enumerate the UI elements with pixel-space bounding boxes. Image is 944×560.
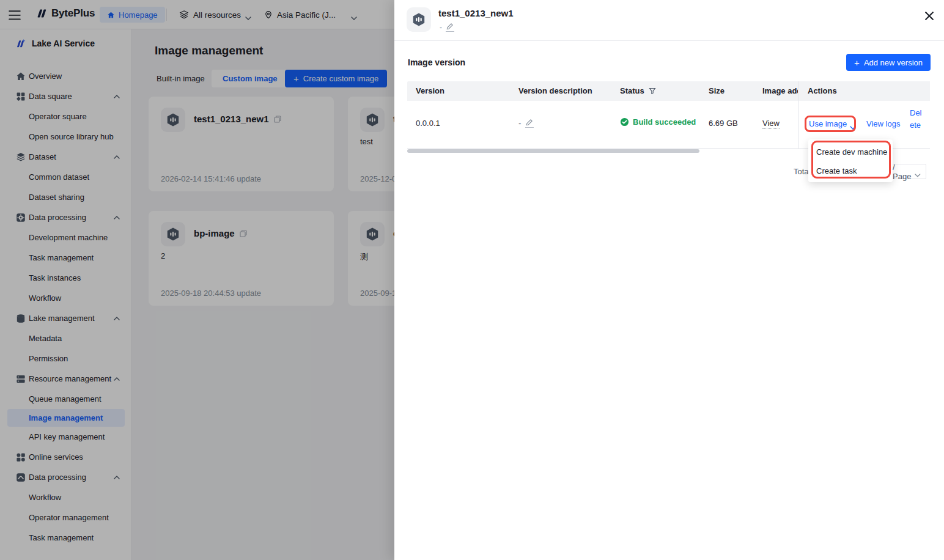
cell-status: Build succeeded bbox=[620, 117, 696, 127]
cell-version-description: - bbox=[518, 119, 534, 128]
column-status: Status bbox=[620, 81, 656, 101]
add-new-version-label: Add new version bbox=[864, 58, 923, 67]
horizontal-scrollbar[interactable] bbox=[407, 149, 699, 153]
use-image-dropdown-menu: Create dev machineCreate task bbox=[808, 139, 893, 182]
drawer-header-divider bbox=[394, 40, 944, 41]
description-value: - bbox=[440, 23, 442, 32]
image-detail-drawer: test1_0213_new1 - Image version + Add ne… bbox=[394, 0, 944, 560]
use-image-label: Use image bbox=[809, 119, 847, 128]
page-size-label: / Page bbox=[893, 163, 915, 181]
close-icon[interactable] bbox=[924, 10, 935, 21]
plus-icon: + bbox=[854, 58, 860, 67]
check-circle-icon bbox=[620, 117, 629, 127]
column-image-address: Image add bbox=[762, 81, 798, 101]
delete-link[interactable]: Delete bbox=[910, 107, 924, 131]
view-logs-link[interactable]: View logs bbox=[866, 119, 900, 128]
status-badge: Build succeeded bbox=[633, 117, 696, 127]
cell-size: 6.69 GB bbox=[709, 119, 738, 128]
cell-version: 0.0.0.1 bbox=[416, 119, 440, 128]
menu-item-create-task[interactable]: Create task bbox=[808, 161, 893, 180]
image-logo-icon bbox=[407, 7, 431, 32]
add-new-version-button[interactable]: + Add new version bbox=[846, 54, 931, 71]
chevron-down-icon bbox=[850, 122, 856, 126]
column-actions: Actions bbox=[808, 81, 837, 101]
drawer-description: - bbox=[440, 23, 454, 32]
drawer-title: test1_0213_new1 bbox=[438, 8, 514, 18]
actions-header: Actions bbox=[799, 81, 930, 101]
column-version: Version bbox=[416, 81, 444, 101]
edit-pencil-icon[interactable] bbox=[525, 119, 534, 128]
screen: BytePlus Homepage All resources Asia Pac… bbox=[0, 0, 944, 560]
image-version-section-title: Image version bbox=[408, 57, 465, 67]
column-version-description: Version description bbox=[518, 81, 592, 101]
pagination-total: Tota bbox=[794, 167, 809, 176]
column-size: Size bbox=[709, 81, 725, 101]
chevron-down-icon bbox=[915, 170, 921, 174]
edit-pencil-icon[interactable] bbox=[446, 23, 454, 32]
filter-icon[interactable] bbox=[649, 87, 656, 95]
version-table: Version Version description Status Size … bbox=[407, 81, 930, 149]
menu-item-create-dev-machine[interactable]: Create dev machine bbox=[808, 142, 893, 161]
use-image-dropdown-button[interactable]: Use image bbox=[809, 119, 856, 128]
view-image-address-link[interactable]: View bbox=[762, 119, 780, 129]
